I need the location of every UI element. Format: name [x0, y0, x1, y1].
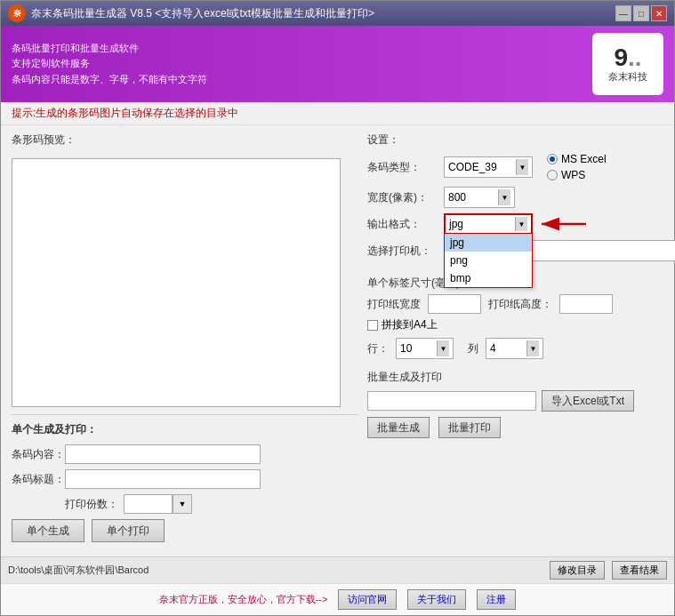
- print-width-input[interactable]: 210: [428, 294, 481, 314]
- footer-bar: 奈末官方正版，安全放心，官方下载--> 访问官网 关于我们 注册: [1, 583, 674, 615]
- print-width-label: 打印纸宽度: [367, 297, 421, 312]
- batch-text-input[interactable]: [367, 391, 536, 411]
- barcode-content-input[interactable]: [65, 444, 261, 464]
- format-option-bmp[interactable]: bmp: [445, 269, 532, 287]
- barcode-preview: [12, 158, 341, 407]
- single-print-button[interactable]: 单个打印: [92, 519, 165, 542]
- print-height-label: 打印纸高度：: [488, 297, 552, 312]
- format-combo-wrapper: jpg ▼ jpg png bmp: [444, 213, 533, 235]
- status-path: D:\tools\桌面\河东软件园\Barcod: [8, 564, 542, 577]
- import-excel-button[interactable]: 导入Excel或Txt: [542, 390, 634, 412]
- print-height-input[interactable]: 297: [559, 294, 613, 314]
- format-option-png[interactable]: png: [445, 252, 532, 269]
- footer-text: 奈末官方正版，安全放心，官方下载-->: [159, 593, 328, 606]
- single-gen-section: 单个生成及打印： 条码内容： 条码标题： 打印份数： 1 ▼ 单个生成 单个打印: [12, 414, 358, 542]
- width-arrow: ▼: [498, 189, 510, 205]
- format-arrow: ▼: [515, 217, 527, 231]
- red-arrow-indicator: [537, 211, 591, 237]
- batch-buttons-row: 批量生成 批量打印: [367, 417, 675, 438]
- barcode-title-input[interactable]: [65, 469, 261, 489]
- size-inputs-row: 打印纸宽度 210 打印纸高度： 297: [367, 294, 675, 314]
- cols-label: 列: [468, 341, 478, 356]
- maximize-button[interactable]: □: [633, 5, 649, 21]
- title-bar: 奈 奈末条码批量生成器 V8.5 <支持导入excel或txt模板批量生成和批量…: [1, 1, 674, 26]
- window-title: 奈末条码批量生成器 V8.5 <支持导入excel或txt模板批量生成和批量打印…: [31, 6, 374, 21]
- barcode-title-label: 条码标题：: [12, 472, 65, 487]
- batch-input-row: 导入Excel或Txt: [367, 390, 675, 412]
- barcode-type-label: 条码类型：: [367, 160, 438, 175]
- header-line1: 条码批量打印和批量生成软件: [12, 41, 207, 57]
- format-value: jpg: [449, 218, 463, 230]
- batch-print-button[interactable]: 批量打印: [438, 417, 501, 438]
- format-row: 输出格式： jpg ▼ jpg png bmp: [367, 213, 675, 235]
- about-us-button[interactable]: 关于我们: [407, 589, 466, 610]
- left-panel: 条形码预览： 单个生成及打印： 条码内容： 条码标题： 打印份数： 1 ▼: [12, 132, 358, 549]
- app-logo: 奈: [8, 4, 26, 22]
- barcode-title-row: 条码标题：: [12, 469, 358, 489]
- visit-website-button[interactable]: 访问官网: [338, 589, 397, 610]
- wps-radio[interactable]: [547, 170, 558, 180]
- right-panel: 设置： 条码类型： CODE_39 ▼ MS Excel: [367, 132, 675, 549]
- print-count-row: 打印份数： 1 ▼: [65, 494, 358, 514]
- barcode-type-combo[interactable]: CODE_39 ▼: [444, 156, 533, 178]
- header-line3: 条码内容只能是数字、字母，不能有中文字符: [12, 72, 207, 88]
- cols-combo[interactable]: 4 ▼: [486, 338, 543, 359]
- company-logo: 9.. 奈末科技: [592, 33, 663, 95]
- company-name: 奈末科技: [608, 70, 647, 84]
- barcode-content-label: 条码内容：: [12, 447, 65, 462]
- single-gen-title: 单个生成及打印：: [12, 422, 358, 437]
- wps-option[interactable]: WPS: [547, 169, 607, 181]
- status-bar: D:\tools\桌面\河东软件园\Barcod 修改目录 查看结果: [1, 556, 674, 583]
- printer-label: 选择打印机：: [367, 244, 438, 259]
- width-label: 宽度(像素)：: [367, 190, 438, 205]
- single-gen-button[interactable]: 单个生成: [12, 519, 84, 542]
- width-value: 800: [448, 191, 466, 204]
- print-count-label: 打印份数：: [65, 497, 118, 512]
- print-count-dropdown-btn[interactable]: ▼: [173, 494, 192, 514]
- main-content: 条形码预览： 单个生成及打印： 条码内容： 条码标题： 打印份数： 1 ▼: [1, 125, 674, 556]
- title-bar-left: 奈 奈末条码批量生成器 V8.5 <支持导入excel或txt模板批量生成和批量…: [8, 4, 374, 22]
- excel-radio-group: MS Excel WPS: [547, 153, 607, 181]
- print-count-input[interactable]: 1: [124, 494, 173, 514]
- ms-excel-label: MS Excel: [561, 153, 607, 165]
- hint-bar: 提示:生成的条形码图片自动保存在选择的目录中: [1, 102, 674, 125]
- close-button[interactable]: ✕: [651, 5, 667, 21]
- rows-label: 行：: [367, 341, 389, 356]
- width-row: 宽度(像素)： 800 ▼: [367, 187, 675, 208]
- header-line2: 支持定制软件服务: [12, 56, 207, 72]
- format-option-jpg[interactable]: jpg: [445, 234, 532, 252]
- ms-excel-option[interactable]: MS Excel: [547, 153, 607, 165]
- ms-excel-radio[interactable]: [547, 154, 558, 164]
- barcode-type-value: CODE_39: [448, 161, 497, 173]
- a4-checkbox-row: 拼接到A4上: [367, 317, 675, 332]
- barcode-type-arrow: ▼: [516, 159, 528, 175]
- width-combo[interactable]: 800 ▼: [444, 187, 515, 208]
- settings-section: 设置： 条码类型： CODE_39 ▼ MS Excel: [367, 132, 675, 267]
- single-gen-buttons: 单个生成 单个打印: [12, 519, 358, 542]
- register-button[interactable]: 注册: [477, 589, 516, 610]
- logo-dot: ..: [628, 44, 642, 71]
- rows-cols-row: 行： 10 ▼ 列 4 ▼: [367, 338, 675, 359]
- batch-section: 批量生成及打印 导入Excel或Txt 批量生成 批量打印: [367, 370, 675, 438]
- view-results-button[interactable]: 查看结果: [612, 561, 667, 580]
- edit-dir-button[interactable]: 修改目录: [550, 561, 605, 580]
- rows-arrow: ▼: [437, 340, 449, 356]
- header-banner: 条码批量打印和批量生成软件 支持定制软件服务 条码内容只能是数字、字母，不能有中…: [1, 26, 674, 102]
- rows-value: 10: [400, 342, 412, 355]
- a4-label: 拼接到A4上: [382, 317, 438, 332]
- cols-arrow: ▼: [526, 340, 539, 356]
- minimize-button[interactable]: —: [615, 5, 631, 21]
- cols-value: 4: [490, 342, 496, 355]
- wps-label: WPS: [561, 169, 585, 181]
- a4-checkbox[interactable]: [367, 320, 378, 331]
- settings-title: 设置：: [367, 132, 675, 148]
- header-text: 条码批量打印和批量生成软件 支持定制软件服务 条码内容只能是数字、字母，不能有中…: [12, 41, 207, 88]
- rows-combo[interactable]: 10 ▼: [396, 338, 454, 359]
- format-label: 输出格式：: [367, 217, 438, 232]
- barcode-content-row: 条码内容：: [12, 444, 358, 464]
- hint-text: 提示:生成的条形码图片自动保存在选择的目录中: [12, 107, 238, 119]
- batch-gen-button[interactable]: 批量生成: [367, 417, 430, 438]
- barcode-type-row: 条码类型： CODE_39 ▼ MS Excel WPS: [367, 153, 675, 181]
- format-combo[interactable]: jpg ▼: [444, 213, 533, 235]
- preview-label: 条形码预览：: [12, 132, 358, 148]
